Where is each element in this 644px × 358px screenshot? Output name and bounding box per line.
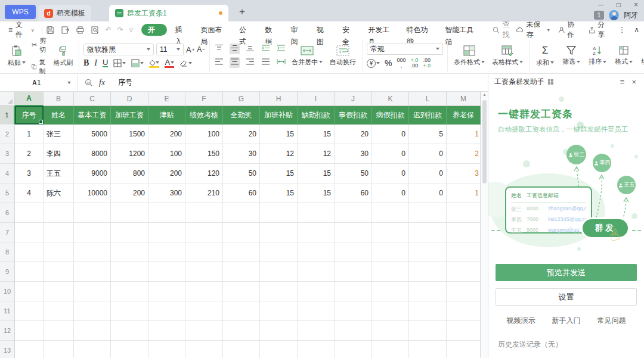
row-header-2[interactable]: 2 xyxy=(0,124,15,144)
cell-A5[interactable]: 4 xyxy=(15,183,44,203)
cell-G2[interactable]: 20 xyxy=(223,124,260,144)
column-header-A[interactable]: A xyxy=(15,92,44,106)
decrease-decimal-button[interactable]: .00+.0 xyxy=(423,58,431,69)
highlight-color-button[interactable]: ◇ xyxy=(149,59,159,68)
cell-J5[interactable]: 60 xyxy=(335,183,372,203)
vertical-scrollbar[interactable]: ▲ xyxy=(481,92,488,358)
cell-L13[interactable] xyxy=(409,341,447,358)
cell-C7[interactable] xyxy=(74,223,111,242)
cell-L6[interactable] xyxy=(409,203,447,223)
cell-H6[interactable] xyxy=(260,203,298,223)
cell-H5[interactable]: 15 xyxy=(260,183,298,203)
row-header-13[interactable]: 13 xyxy=(0,341,15,358)
row-header-9[interactable]: 9 xyxy=(0,262,15,282)
row-header-8[interactable]: 8 xyxy=(0,242,15,262)
cell-L11[interactable] xyxy=(409,301,447,321)
cell-M5[interactable]: 1 xyxy=(447,183,481,203)
cell-E4[interactable]: 200 xyxy=(148,164,185,183)
cell-L4[interactable]: 0 xyxy=(409,164,447,183)
scroll-up-arrow[interactable]: ▲ xyxy=(481,92,488,96)
cell-H9[interactable] xyxy=(260,262,298,282)
cell-C2[interactable]: 5000 xyxy=(74,124,111,144)
row-header-3[interactable]: 3 xyxy=(0,144,15,164)
cell-I9[interactable] xyxy=(298,262,335,282)
cell-M12[interactable] xyxy=(447,321,481,341)
cell-K4[interactable]: 0 xyxy=(372,164,409,183)
cell-I2[interactable]: 15 xyxy=(298,124,335,144)
increase-decimal-button[interactable]: +.0.00 xyxy=(411,58,419,69)
cell-I12[interactable] xyxy=(298,321,335,341)
cell-E10[interactable] xyxy=(148,282,185,301)
font-color-button[interactable]: A xyxy=(165,59,174,68)
cell-L2[interactable]: 5 xyxy=(409,124,447,144)
cell-K6[interactable] xyxy=(372,203,409,223)
cell-M10[interactable] xyxy=(447,282,481,301)
cell-D3[interactable]: 1200 xyxy=(111,144,148,164)
cell-B9[interactable] xyxy=(44,262,74,282)
cell-G3[interactable]: 30 xyxy=(223,144,260,164)
menu-tab-10[interactable]: 智能工具箱 xyxy=(438,24,483,36)
maximize-button[interactable]: □ xyxy=(617,1,621,9)
redo-icon[interactable]: ↷ xyxy=(117,26,123,34)
underline-button[interactable]: U xyxy=(103,59,108,67)
cell-K3[interactable]: 0 xyxy=(372,144,409,164)
cell-H8[interactable] xyxy=(260,242,298,262)
italic-button[interactable]: I xyxy=(94,58,97,68)
preview-send-button[interactable]: 预览并发送 xyxy=(496,264,637,281)
cell-B1[interactable]: 姓名 xyxy=(44,106,74,124)
cell-M13[interactable] xyxy=(447,341,481,358)
scrollbar-thumb[interactable] xyxy=(482,100,487,183)
cell-K1[interactable]: 病假扣款 xyxy=(372,106,409,124)
cell-D10[interactable] xyxy=(111,282,148,301)
cell-G11[interactable] xyxy=(223,301,260,321)
cell-B4[interactable]: 王五 xyxy=(44,164,74,183)
menu-tab-4[interactable]: 数据 xyxy=(258,24,284,36)
cell-I4[interactable]: 15 xyxy=(298,164,335,183)
cell-D11[interactable] xyxy=(111,301,148,321)
menu-tab-5[interactable]: 审阅 xyxy=(284,24,309,36)
cell-A9[interactable] xyxy=(15,262,44,282)
panel-menu-icon[interactable]: ≡ xyxy=(618,77,627,86)
collapse-ribbon-icon[interactable]: ∧ xyxy=(634,26,639,34)
cell-F4[interactable]: 120 xyxy=(185,164,223,183)
panel-close-icon[interactable]: × xyxy=(630,77,638,86)
menu-tab-6[interactable]: 视图 xyxy=(310,24,336,36)
paste-button[interactable]: 粘贴 xyxy=(5,45,28,67)
settings-button[interactable]: 设置 xyxy=(496,288,637,306)
cell-K13[interactable] xyxy=(372,341,409,358)
cell-I11[interactable] xyxy=(298,301,335,321)
align-right-icon[interactable] xyxy=(245,57,255,68)
cell-G12[interactable] xyxy=(223,321,260,341)
magnifier-icon[interactable]: @ xyxy=(85,79,93,87)
undo-icon[interactable]: ↶ xyxy=(106,26,112,34)
cell-K9[interactable] xyxy=(372,262,409,282)
sort-button[interactable]: AZ 排序 xyxy=(586,45,609,66)
collaborate-button[interactable]: 协作 xyxy=(558,20,580,40)
column-header-K[interactable]: K xyxy=(372,92,409,106)
align-middle-icon[interactable] xyxy=(230,43,240,54)
number-format-select[interactable]: 常规 xyxy=(367,43,443,55)
cell-I7[interactable] xyxy=(298,223,335,242)
cell-I10[interactable] xyxy=(298,282,335,301)
cell-B5[interactable]: 陈六 xyxy=(44,183,74,203)
cell-G9[interactable] xyxy=(223,262,260,282)
cell-F8[interactable] xyxy=(185,242,223,262)
cell-C13[interactable] xyxy=(74,341,111,358)
sum-button[interactable]: Σ 求和 xyxy=(534,45,556,67)
clear-format-button[interactable] xyxy=(179,60,192,67)
cell-A10[interactable] xyxy=(15,282,44,301)
row-header-11[interactable]: 11 xyxy=(0,301,15,321)
cell-F2[interactable]: 100 xyxy=(185,124,223,144)
cell-M8[interactable] xyxy=(447,242,481,262)
help-link-0[interactable]: 视频演示 xyxy=(507,316,535,326)
find-button[interactable]: 查找 xyxy=(493,20,515,40)
column-header-E[interactable]: E xyxy=(148,92,185,106)
increase-indent-icon[interactable] xyxy=(276,43,286,54)
row-header-5[interactable]: 5 xyxy=(0,183,15,203)
cell-L1[interactable]: 迟到扣款 xyxy=(409,106,447,124)
column-header-F[interactable]: F xyxy=(185,92,223,106)
column-header-L[interactable]: L xyxy=(409,92,447,106)
cell-J4[interactable]: 50 xyxy=(335,164,372,183)
cell-C10[interactable] xyxy=(74,282,111,301)
cell-L9[interactable] xyxy=(409,262,447,282)
